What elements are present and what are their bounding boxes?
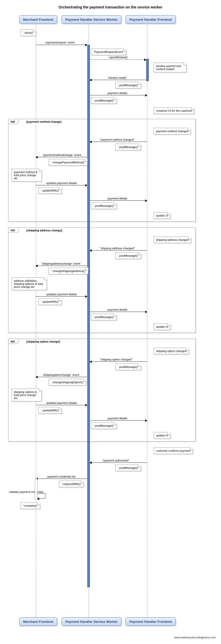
note-soc-act: shipping option changed [154,348,189,354]
arrow-openwin [90,59,146,60]
msg-pmc-event: `paymentmethodchange` event [42,153,81,156]
arrow-upd3 [36,405,87,405]
opt-label-pmc: [payment method change] [26,120,61,123]
arrow-sac [90,250,147,251]
note-csa: `.changeShippingAddress()` [49,268,88,274]
msg-soc: "shipping option changed" [100,358,132,361]
note-pmc-act: payment method changed [154,128,191,134]
note-post7: `.postMessage()` [115,364,141,370]
activation-worker [87,45,90,587]
opt-tab-sac: opt [8,228,19,233]
sequence-diagram: Orchestrating the payment transaction on… [5,5,216,639]
note-post1: `.postMessage()` [115,82,141,88]
note-constructui: construct UI for the customer [154,107,194,114]
note-post2: `.postMessage()` [91,97,117,104]
opt-tab-pmc: opt [8,119,19,124]
arrow-soc [90,361,147,362]
msg-winready: "window ready" [108,76,127,79]
msg-sac: "shipping address changed" [100,247,135,250]
note-post9: `.postMessage()` [115,465,141,471]
msg-pd4: payment details [108,417,127,420]
msg-openwin: `.openWindow()` [108,56,128,59]
msg-pd2: payment details [108,197,127,200]
msg-sac-event: `shippingaddresschange` event [41,262,80,265]
arrow-payauth [90,462,147,463]
note-pre: `PaymentRequestEvent` [91,49,126,55]
actor-merchant-bottom: Merchant Frontend [19,617,57,626]
note-respond: `.respondWith()` [59,481,84,487]
note-confirm: customer confirms payment [154,447,193,454]
msg-upd1: updated payment details [46,182,77,185]
note-updwith3: `.updateWith()` [38,407,62,414]
note-post3: `.postMessage()` [115,144,141,150]
note-updwith1: `.updateWith()` [38,187,62,194]
msg-paycred: payment credential etc [47,475,76,478]
arrow-pmc [90,142,147,142]
diagram-title: Orchestrating the payment transaction on… [5,5,216,9]
note-post5: `.postMessage()` [115,252,141,259]
arrow-payreq [36,45,87,45]
note-sac-act: shipping address changed [154,236,191,243]
note-updwith2: `.updateWith()` [38,298,62,305]
actor-handler-bottom: Payment Handler Frontend [125,617,176,626]
arrow-paydetails1 [90,95,147,95]
msg-payauth: "payment authorized" [102,459,129,462]
activation-merchant-self [35,479,37,500]
msg-upd3: updated payment details [46,401,77,404]
msg-validate: validate payment credential [9,490,43,493]
arrow-upd1 [36,185,87,185]
msg-upd2: updated payment details [46,293,77,296]
opt-tab-soc: opt [8,339,19,344]
arrow-sac-event [36,266,87,266]
activation-handler-1 [146,59,149,81]
actor-merchant-top: Merchant Frontend [19,15,57,24]
note-pmc-note: payment method & total price change etc [12,169,42,182]
note-soc-note: shipping options & total price change et… [12,389,42,401]
opt-label-soc: [shipping option change] [26,340,60,343]
arrow-pd3 [90,312,147,312]
note-post6: `.postMessage()` [91,314,117,320]
note-updui1: update UI [154,212,171,219]
msg-pd3: payment details [108,308,127,311]
note-post4: `.postMessage()` [91,202,117,209]
arrow-paycred [36,479,87,479]
lifeline-handler [147,24,148,617]
arrow-winready [90,80,146,80]
note-post8: `.postMessage()` [91,422,117,429]
arrow-pd2 [90,200,147,201]
note-complete: `complete()` [20,502,40,509]
note-cso: `.changeShippingOption()` [49,379,86,386]
actor-handler-top: Payment Handler Frontend [125,15,176,24]
arrow-pmc-event [36,157,87,157]
opt-label-sac: [shipping address change] [26,229,62,232]
msg-soc-event: `shippingoptionchange` event [42,373,79,376]
actor-worker-bottom: Payment Handler Service Worker [61,617,121,626]
arrow-soc-event [36,377,87,377]
note-winloaded: window opened and content loaded [154,63,186,72]
msg-paydetails1: payment details [108,92,127,95]
note-updui3: update UI [154,432,171,439]
actor-worker-top: Payment Handler Service Worker [61,15,121,24]
arrow-pd4 [90,420,147,421]
arrow-upd2 [36,296,87,297]
note-show: `.show()` [20,29,36,36]
lifeline-merchant [36,24,36,617]
msg-pmc: "payment method changed" [100,138,134,141]
note-cpm: `.changePaymentMethod()` [49,159,88,166]
note-updui2: update UI [154,323,171,330]
note-sac-note: address validation, shipping options & t… [12,277,47,290]
credit-text: www.websequencediagrams.com [174,636,216,639]
msg-payreq: `paymentrequest` event [45,41,75,44]
